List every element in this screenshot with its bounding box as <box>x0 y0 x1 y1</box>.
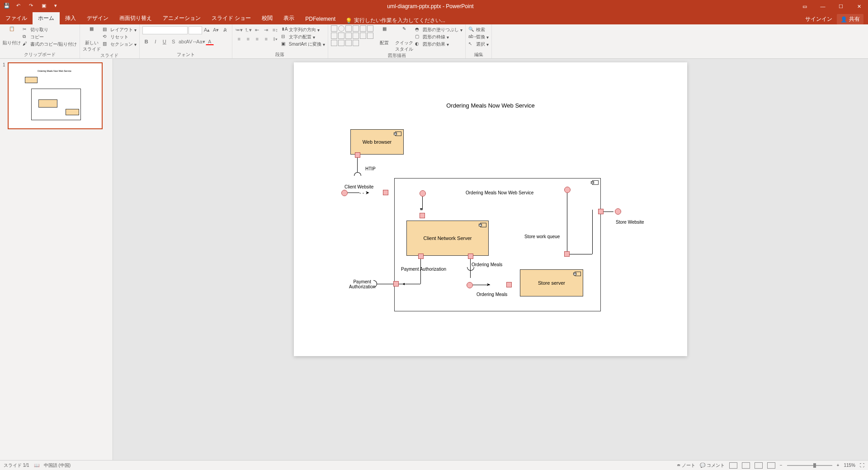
find-button[interactable]: 🔍検索 <box>468 26 489 33</box>
port-container-right[interactable] <box>598 209 604 214</box>
ball-inner-top[interactable] <box>420 190 426 197</box>
replace-button[interactable]: ab↔置換 ▾ <box>468 33 489 41</box>
port-cns-left[interactable] <box>418 254 424 259</box>
shape-oval-icon[interactable] <box>338 25 344 32</box>
shape-line-icon[interactable] <box>345 25 352 32</box>
shape-curve-icon[interactable] <box>367 33 373 39</box>
port-container-pay[interactable] <box>393 281 399 287</box>
port-web-browser[interactable] <box>355 152 360 158</box>
port-wq[interactable] <box>564 251 570 257</box>
connector-pay[interactable] <box>420 259 421 284</box>
quick-styles-button[interactable]: ✎ クイック スタイル <box>395 25 413 52</box>
payment-auth-outer-label[interactable]: Payment Authorization <box>349 279 375 289</box>
component-web-browser[interactable]: Web browser <box>350 129 404 155</box>
sign-in-link[interactable]: サインイン <box>805 15 832 23</box>
font-name-input[interactable] <box>142 26 188 34</box>
port-inner-1[interactable] <box>420 213 425 218</box>
ball-store-website[interactable] <box>615 208 621 215</box>
tab-pdfelement[interactable]: PDFelement <box>300 14 341 24</box>
close-icon[interactable]: ✕ <box>850 0 868 12</box>
tab-design[interactable]: デザイン <box>81 12 114 24</box>
payment-auth-label[interactable]: Payment Authorization <box>401 267 446 272</box>
shape-connector-icon[interactable] <box>345 33 352 39</box>
shape-more-icon[interactable] <box>353 40 359 46</box>
sorter-view-button[interactable] <box>742 462 750 469</box>
maximize-icon[interactable]: ☐ <box>832 0 850 12</box>
language-indicator[interactable]: 中国語 (中国) <box>44 462 71 469</box>
copy-button[interactable]: ⧉コピー <box>23 33 77 41</box>
change-case-button[interactable]: Aa▾ <box>197 38 205 45</box>
ordering-meals-label-1[interactable]: Ordering Meals <box>472 262 502 267</box>
undo-icon[interactable]: ↶ <box>16 3 24 10</box>
justify-button[interactable]: ≡ <box>262 35 270 42</box>
store-website-label[interactable]: Store Website <box>616 220 644 225</box>
connector-pay-out[interactable] <box>377 284 393 284</box>
client-website-label[interactable]: Client Website <box>344 184 373 189</box>
spellcheck-icon[interactable]: 📖 <box>34 463 39 468</box>
grow-font-button[interactable]: A▴ <box>203 26 211 33</box>
connector-inner-1[interactable] <box>422 197 423 210</box>
font-color-button[interactable]: A <box>206 38 214 45</box>
line-spacing-button[interactable]: ≡↕ <box>271 26 279 33</box>
slideshow-view-button[interactable] <box>767 462 775 469</box>
tab-slideshow[interactable]: スライド ショー <box>206 12 256 24</box>
http-label[interactable]: HTIP <box>365 166 376 171</box>
ribbon-display-icon[interactable]: ▭ <box>796 0 814 12</box>
socket-http[interactable] <box>354 172 361 176</box>
port-container-left[interactable] <box>383 190 388 195</box>
service-container-label[interactable]: Ordering Meals Now Web Service <box>466 190 533 195</box>
shape-effects-button[interactable]: ◐図形の効果 ▾ <box>415 41 462 48</box>
text-direction-button[interactable]: ⬍A文字列の方向 ▾ <box>281 26 325 33</box>
ball-work-queue[interactable] <box>564 187 571 193</box>
shape-fill-button[interactable]: ◓図形の塗りつぶし ▾ <box>415 26 462 33</box>
decrease-indent-button[interactable]: ⇤ <box>253 26 261 33</box>
clear-format-button[interactable]: A̷ <box>221 26 229 33</box>
socket-pay[interactable] <box>373 280 377 287</box>
layout-button[interactable]: ▤レイアウト ▾ <box>103 26 137 33</box>
bullets-button[interactable]: ≔▾ <box>235 26 243 33</box>
cut-button[interactable]: ✂切り取り <box>23 26 77 33</box>
slide-editor-area[interactable]: Ordering Meals Now Web Service Web brows… <box>113 59 868 460</box>
ball-client-website[interactable] <box>341 190 348 196</box>
share-button[interactable]: 👤 共有 <box>837 14 863 24</box>
font-size-input[interactable] <box>189 26 202 34</box>
tab-view[interactable]: 表示 <box>278 12 300 24</box>
shape-arrow-icon[interactable] <box>353 25 359 32</box>
ball-om[interactable] <box>467 282 473 288</box>
shape-textbox-icon[interactable] <box>367 25 373 32</box>
store-work-queue-label[interactable]: Store work queue <box>524 234 560 239</box>
char-spacing-button[interactable]: AV↔ <box>188 38 196 45</box>
qat-customize-icon[interactable]: ▾ <box>54 3 61 10</box>
align-center-button[interactable]: ≡ <box>244 35 252 42</box>
reset-button[interactable]: ⟲リセット <box>103 33 137 41</box>
normal-view-button[interactable] <box>729 462 737 469</box>
arrow-down-1[interactable]: ▾ <box>420 207 422 212</box>
select-button[interactable]: ↖選択 ▾ <box>468 41 489 48</box>
zoom-percent[interactable]: 115% <box>844 463 855 468</box>
tab-insert[interactable]: 挿入 <box>60 12 81 24</box>
strike-button[interactable]: S <box>170 38 178 45</box>
slide-thumbnail-1[interactable]: Ordering Meals Now Web Service <box>8 62 103 129</box>
tab-animations[interactable]: アニメーション <box>157 12 206 24</box>
bold-button[interactable]: B <box>142 38 151 45</box>
connector-store-web[interactable] <box>604 212 613 212</box>
connector-wq-h[interactable] <box>570 254 592 254</box>
shape-freeform-icon[interactable] <box>331 40 337 46</box>
align-text-button[interactable]: ⊟文字の配置 ▾ <box>281 33 325 41</box>
shape-star-icon[interactable] <box>360 33 366 39</box>
component-client-network-server[interactable]: Client Network Server <box>406 221 489 256</box>
tell-me-search[interactable]: 💡 実行したい作業を入力してください... <box>345 17 445 24</box>
port-cns-right[interactable] <box>468 254 473 259</box>
underline-button[interactable]: U <box>160 38 169 45</box>
diagram-title[interactable]: Ordering Meals Now Web Service <box>294 102 687 109</box>
notes-button[interactable]: ≐ ノート <box>677 462 695 469</box>
increase-indent-button[interactable]: ⇥ <box>262 26 270 33</box>
connector-http[interactable] <box>357 158 358 172</box>
zoom-in-button[interactable]: + <box>837 463 840 468</box>
shape-paren-icon[interactable] <box>345 40 352 46</box>
shrink-font-button[interactable]: A▾ <box>212 26 220 33</box>
fit-to-window-button[interactable]: ⛶ <box>860 463 864 468</box>
shape-outline-button[interactable]: ▢図形の枠線 ▾ <box>415 33 462 41</box>
columns-button[interactable]: ⫴▾ <box>271 35 279 42</box>
arrow-cw[interactable]: - - ➤ <box>359 190 369 196</box>
